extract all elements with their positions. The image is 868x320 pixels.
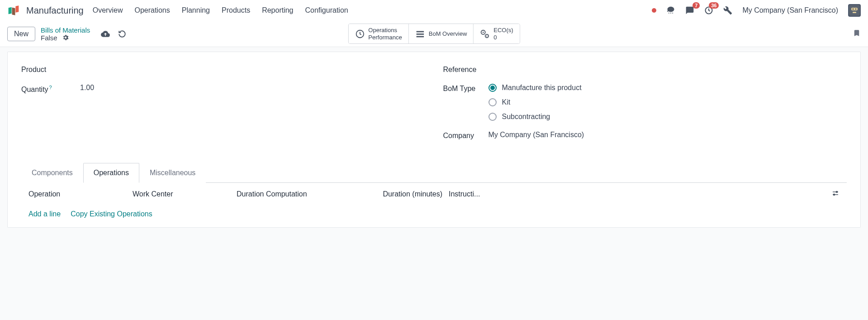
- bom-type-radio-group: Manufacture this product Kit Subcontract…: [489, 84, 582, 121]
- form-left-column: Product Quantity? 1.00: [21, 65, 425, 150]
- reference-label: Reference: [443, 65, 489, 74]
- stat-operations-performance[interactable]: Operations Performance: [348, 24, 408, 43]
- status-indicator-group: [101, 29, 126, 38]
- stat-bom-overview[interactable]: BoM Overview: [409, 24, 474, 43]
- svg-point-23: [834, 194, 835, 196]
- activities-badge: 36: [709, 2, 719, 9]
- activities-icon[interactable]: 36: [704, 6, 713, 15]
- svg-rect-2: [15, 5, 19, 12]
- add-line-link[interactable]: Add a line: [28, 210, 61, 218]
- stat-ops-perf-line1: Operations: [368, 27, 402, 34]
- form-sheet: Product Quantity? 1.00 Reference BoM Typ…: [7, 52, 861, 228]
- menu-products[interactable]: Products: [222, 6, 250, 14]
- svg-rect-5: [673, 13, 674, 14]
- clock-icon: [355, 29, 365, 39]
- tab-components[interactable]: Components: [21, 163, 83, 183]
- svg-rect-11: [853, 12, 856, 13]
- svg-point-17: [483, 31, 484, 33]
- gears-icon: [480, 29, 490, 39]
- help-icon[interactable]: ?: [49, 85, 52, 90]
- stat-ecos[interactable]: ECO(s) 0: [474, 24, 519, 43]
- systray: 7 36 My Company (San Francisco): [652, 4, 861, 17]
- form-right-column: Reference BoM Type Manufacture this prod…: [443, 65, 847, 150]
- bom-type-label: BoM Type: [443, 84, 489, 93]
- copy-existing-link[interactable]: Copy Existing Operations: [71, 210, 152, 218]
- svg-point-19: [487, 35, 488, 36]
- stat-buttons: Operations Performance BoM Overview ECO(…: [348, 24, 520, 44]
- stat-bom-overview-label: BoM Overview: [429, 30, 467, 38]
- messages-badge: 7: [693, 2, 700, 9]
- user-avatar[interactable]: [848, 4, 861, 17]
- svg-point-9: [853, 9, 854, 10]
- menu-planning[interactable]: Planning: [182, 6, 210, 14]
- svg-rect-1: [12, 7, 15, 15]
- svg-rect-0: [9, 7, 12, 14]
- th-duration-minutes: Duration (minutes): [372, 190, 442, 198]
- columns-adjust-icon[interactable]: [831, 189, 840, 199]
- tab-operations[interactable]: Operations: [83, 163, 139, 183]
- radio-unchecked-icon: [489, 98, 497, 106]
- stat-eco-line2: 0: [493, 34, 513, 41]
- svg-rect-4: [671, 13, 672, 14]
- menu-reporting[interactable]: Reporting: [262, 6, 293, 14]
- svg-point-10: [855, 9, 857, 10]
- svg-rect-15: [417, 36, 424, 37]
- svg-rect-14: [417, 33, 424, 35]
- th-duration-computation: Duration Computation: [237, 190, 372, 198]
- svg-rect-13: [417, 31, 424, 32]
- breadcrumb: Bills of Materials False: [41, 26, 90, 42]
- tools-icon[interactable]: [723, 6, 732, 15]
- quantity-field[interactable]: 1.00: [80, 84, 94, 92]
- discard-icon[interactable]: [118, 30, 126, 38]
- product-label: Product: [21, 65, 66, 74]
- svg-rect-8: [851, 8, 858, 10]
- radio-checked-icon: [489, 84, 497, 92]
- notebook-tabs: Components Operations Miscellaneous: [21, 162, 847, 183]
- th-work-center: Work Center: [133, 190, 237, 198]
- company-switcher[interactable]: My Company (San Francisco): [742, 6, 838, 14]
- stat-ops-perf-line2: Performance: [368, 34, 402, 41]
- table-actions: Add a line Copy Existing Operations: [21, 205, 847, 227]
- top-nav: Manufacturing Overview Operations Planni…: [0, 0, 868, 21]
- th-operation: Operation: [28, 190, 133, 198]
- bom-type-subcontracting[interactable]: Subcontracting: [489, 113, 582, 121]
- svg-point-21: [836, 191, 838, 193]
- new-button[interactable]: New: [7, 27, 35, 41]
- list-icon: [415, 29, 425, 39]
- gear-icon[interactable]: [62, 34, 69, 41]
- bom-type-manufacture[interactable]: Manufacture this product: [489, 84, 582, 92]
- company-label: Company: [443, 131, 489, 140]
- operations-table: Operation Work Center Duration Computati…: [21, 183, 847, 227]
- menu-configuration[interactable]: Configuration: [305, 6, 348, 14]
- main-menu: Overview Operations Planning Products Re…: [93, 6, 348, 14]
- menu-overview[interactable]: Overview: [93, 6, 123, 14]
- svg-rect-3: [669, 13, 669, 14]
- radio-unchecked-icon: [489, 113, 497, 121]
- menu-operations[interactable]: Operations: [134, 6, 170, 14]
- quantity-label: Quantity?: [21, 84, 66, 94]
- company-field[interactable]: My Company (San Francisco): [489, 131, 584, 139]
- control-bar: New Bills of Materials False Operations …: [0, 21, 868, 47]
- app-logo-icon[interactable]: [7, 4, 20, 17]
- bookmark-icon[interactable]: [853, 28, 861, 39]
- breadcrumb-current: False: [41, 34, 90, 42]
- recording-indicator-icon[interactable]: [652, 8, 656, 13]
- th-instructions: Instructi...: [449, 190, 485, 198]
- tab-miscellaneous[interactable]: Miscellaneous: [139, 163, 206, 183]
- messages-icon[interactable]: 7: [685, 6, 694, 15]
- app-name[interactable]: Manufacturing: [26, 5, 84, 16]
- stat-eco-line1: ECO(s): [493, 27, 513, 34]
- table-header-row: Operation Work Center Duration Computati…: [21, 183, 847, 205]
- cloud-save-icon[interactable]: [101, 29, 110, 38]
- breadcrumb-parent[interactable]: Bills of Materials: [41, 26, 90, 34]
- record-title: False: [41, 34, 57, 42]
- phone-icon[interactable]: [666, 6, 675, 15]
- bom-type-kit[interactable]: Kit: [489, 98, 582, 106]
